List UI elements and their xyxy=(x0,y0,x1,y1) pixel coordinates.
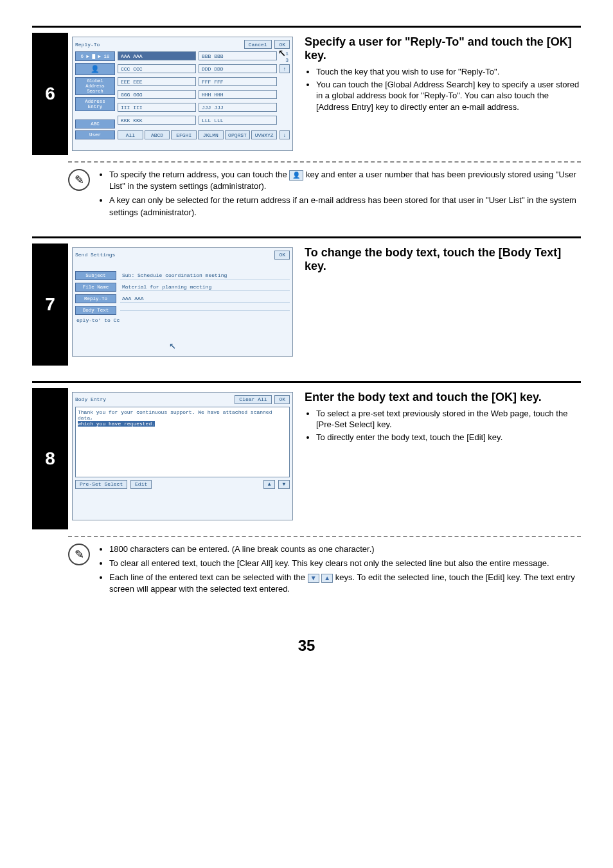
cursor-icon: ↖ xyxy=(278,44,286,60)
user-number-icon: 👤 xyxy=(289,170,303,181)
address-entry-button[interactable]: Address Entry xyxy=(75,97,115,111)
step8-notes: ✎ 1800 characters can be entered. (A lin… xyxy=(68,544,581,598)
scroll-down-button[interactable]: ↓ xyxy=(280,130,290,139)
step-number: 6 xyxy=(32,33,68,155)
step6-notes: ✎ To specify the return address, you can… xyxy=(68,169,581,221)
user-number-icon[interactable]: 👤 xyxy=(75,63,115,75)
contact-key[interactable]: FFF FFF xyxy=(199,77,277,86)
user-sort-button[interactable]: User xyxy=(75,130,115,139)
cc-checkbox-label[interactable]: eply-to' to Cc xyxy=(75,317,290,323)
contact-key[interactable]: EEE EEE xyxy=(118,77,196,86)
body-textarea[interactable]: Thank you for your continuous support. W… xyxy=(75,407,290,477)
step8-bullet: To select a pre-set text previously stor… xyxy=(316,408,581,430)
contact-key[interactable]: GGG GGG xyxy=(118,90,196,99)
step6-note-a: To specify the return address, you can t… xyxy=(109,169,581,192)
step6-note-b: A key can only be selected for the retur… xyxy=(109,195,581,218)
file-name-value: Material for planning meeting xyxy=(120,283,290,291)
send-settings-panel: Send Settings OK Subject Sub: Schedule c… xyxy=(72,247,293,357)
contact-key[interactable]: LLL LLL xyxy=(199,116,277,125)
contact-key[interactable]: III III xyxy=(118,103,196,112)
step-6: 6 ↖ Reply-To Cancel OK 6 ▶ ▇ ▶ 18 👤 Glob… xyxy=(32,33,581,155)
abc-sort-button[interactable]: ABC xyxy=(75,120,115,128)
note-icon: ✎ xyxy=(68,544,90,565)
ok-button[interactable]: OK xyxy=(274,395,290,404)
alpha-tabs: All ABCD EFGHI JKLMN OPQRST UVWXYZ xyxy=(118,130,277,139)
note-icon: ✎ xyxy=(68,169,90,191)
step-7: 7 Send Settings OK Subject Sub: Schedule… xyxy=(32,244,581,366)
scroll-up-button[interactable]: ↑ xyxy=(280,64,290,73)
edit-button[interactable]: Edit xyxy=(130,480,152,489)
clear-all-button[interactable]: Clear All xyxy=(235,395,271,404)
contact-key[interactable]: KKK KKK xyxy=(118,116,196,125)
global-address-search-button[interactable]: Global Address Search xyxy=(75,77,115,95)
contact-key[interactable]: CCC CCC xyxy=(118,64,196,73)
reply-to-button[interactable]: Reply-To xyxy=(75,294,116,303)
contact-key[interactable]: AAA AAA xyxy=(118,51,196,60)
contact-key[interactable]: DDD DDD xyxy=(199,64,277,73)
step-number: 8 xyxy=(32,388,68,529)
tab-jklmn[interactable]: JKLMN xyxy=(198,130,224,139)
line-up-button[interactable]: ▲ xyxy=(263,480,275,489)
contact-key[interactable]: JJJ JJJ xyxy=(199,103,277,112)
ok-button[interactable]: OK xyxy=(274,251,290,260)
contact-key[interactable]: HHH HHH xyxy=(199,90,277,99)
page-number: 35 xyxy=(32,637,581,655)
tab-efghi[interactable]: EFGHI xyxy=(171,130,197,139)
subject-value: Sub: Schedule coordination meeting xyxy=(120,272,290,279)
step-8: 8 Body Entry Clear All OK Thank you for … xyxy=(32,388,581,529)
step7-heading: To change the body text, touch the [Body… xyxy=(305,246,581,273)
tab-all[interactable]: All xyxy=(118,130,143,139)
preset-select-button[interactable]: Pre-Set Select xyxy=(75,480,127,489)
step8-bullet: To directly enter the body text, touch t… xyxy=(316,432,581,443)
down-arrow-icon: ▼ xyxy=(308,574,319,583)
body-text-button[interactable]: Body Text xyxy=(75,306,116,315)
step8-note-a: 1800 characters can be entered. (A line … xyxy=(109,544,581,555)
file-name-button[interactable]: File Name xyxy=(75,283,116,292)
step-number: 7 xyxy=(32,244,68,366)
subject-button[interactable]: Subject xyxy=(75,271,116,280)
breadcrumb-counter: 6 ▶ ▇ ▶ 18 xyxy=(75,51,115,61)
panel-title: Reply-To xyxy=(75,42,100,48)
tab-opqrst[interactable]: OPQRST xyxy=(225,130,251,139)
step6-bullet: You can touch the [Global Address Search… xyxy=(316,79,581,113)
step6-heading: Specify a user for "Reply-To" and touch … xyxy=(305,35,581,62)
step8-heading: Enter the body text and touch the [OK] k… xyxy=(305,391,581,404)
body-text-value xyxy=(120,309,290,311)
tab-abcd[interactable]: ABCD xyxy=(145,130,170,139)
panel-title: Send Settings xyxy=(75,252,115,258)
step8-note-b: To clear all entered text, touch the [Cl… xyxy=(109,558,581,569)
cancel-button[interactable]: Cancel xyxy=(244,40,272,49)
contacts-list: AAA AAABBB BBB CCC CCCDDD DDD EEE EEEFFF… xyxy=(118,51,277,139)
step6-bullet: Touch the key that you wish to use for "… xyxy=(316,66,581,78)
contact-key[interactable]: BBB BBB xyxy=(199,51,277,60)
step8-note-c: Each line of the entered text can be sel… xyxy=(109,572,581,595)
up-arrow-icon: ▲ xyxy=(321,574,333,583)
tab-uvwxyz[interactable]: UVWXYZ xyxy=(251,130,277,139)
reply-to-value: AAA AAA xyxy=(120,295,290,303)
line-down-button[interactable]: ▼ xyxy=(278,480,290,489)
cursor-icon: ↖ xyxy=(169,338,176,352)
body-entry-panel: Body Entry Clear All OK Thank you for yo… xyxy=(72,392,293,520)
panel-title: Body Entry xyxy=(75,396,106,402)
reply-to-panel: ↖ Reply-To Cancel OK 6 ▶ ▇ ▶ 18 👤 Global… xyxy=(72,37,293,151)
